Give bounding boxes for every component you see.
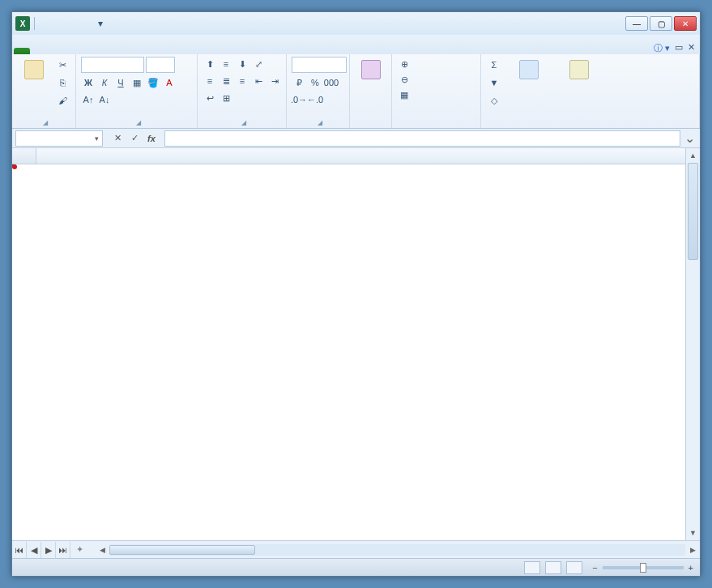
- horizontal-scrollbar[interactable]: ◀ ▶: [95, 544, 700, 556]
- align-center-icon[interactable]: ≣: [219, 74, 233, 88]
- decrease-decimal-icon[interactable]: ←.0: [308, 92, 322, 107]
- number-format-select[interactable]: [292, 57, 347, 73]
- align-top-icon[interactable]: ⬆: [203, 57, 217, 71]
- border-icon[interactable]: ▦: [130, 75, 144, 90]
- delete-icon: ⊖: [397, 72, 411, 87]
- align-middle-icon[interactable]: ≡: [219, 57, 233, 71]
- redo-icon[interactable]: [75, 15, 91, 32]
- vertical-scrollbar[interactable]: ▲ ▼: [685, 148, 700, 540]
- wrap-text-icon[interactable]: ↩: [203, 91, 217, 105]
- clipboard-launcher-icon[interactable]: ◢: [43, 119, 48, 126]
- ribbon-tabs: ⓘ ▾ ▭ ✕: [12, 35, 700, 54]
- scroll-up-icon[interactable]: ▲: [686, 148, 700, 163]
- comma-icon[interactable]: 000: [324, 75, 339, 90]
- font-launcher-icon[interactable]: ◢: [136, 119, 141, 126]
- minimize-button[interactable]: —: [625, 16, 648, 31]
- group-editing: Σ ▼ ◇: [481, 54, 700, 128]
- scroll-down-icon[interactable]: ▼: [686, 526, 700, 540]
- font-size-select[interactable]: [146, 57, 175, 73]
- hscroll-thumb[interactable]: [109, 545, 255, 555]
- align-left-icon[interactable]: ≡: [203, 74, 217, 88]
- sheet-bar: ⏮ ◀ ▶ ⏭ ✦ ◀ ▶: [12, 540, 700, 558]
- copy-icon[interactable]: ⎘: [54, 75, 70, 91]
- font-family-select[interactable]: [81, 57, 144, 73]
- cut-icon[interactable]: ✂: [54, 57, 70, 73]
- qat-customize-icon[interactable]: ▾: [92, 15, 109, 32]
- styles-icon: [361, 60, 381, 79]
- indent-inc-icon[interactable]: ⇥: [267, 74, 282, 88]
- fill-color-icon[interactable]: 🪣: [146, 75, 160, 90]
- select-all-corner[interactable]: [12, 148, 36, 164]
- insert-cells-button[interactable]: ⊕: [397, 57, 413, 71]
- sheet-nav-prev-icon[interactable]: ◀: [27, 542, 41, 558]
- doc-close-icon[interactable]: ✕: [688, 42, 695, 54]
- shrink-font-icon[interactable]: A↓: [97, 92, 112, 107]
- ribbon-minimize-icon[interactable]: ▭: [675, 42, 683, 54]
- file-tab[interactable]: [14, 48, 30, 54]
- scroll-left-icon[interactable]: ◀: [95, 546, 109, 554]
- sort-filter-button[interactable]: [505, 57, 552, 110]
- percent-icon[interactable]: %: [308, 75, 322, 90]
- paste-button[interactable]: [17, 57, 51, 110]
- insert-icon: ⊕: [397, 57, 411, 71]
- group-number: ₽ % 000 .0→ ←.0 ◢: [287, 54, 350, 128]
- align-right-icon[interactable]: ≡: [235, 74, 249, 88]
- paste-icon: [24, 60, 44, 79]
- grow-font-icon[interactable]: A↑: [81, 92, 96, 107]
- spreadsheet-grid: ▲ ▼: [12, 148, 700, 540]
- ribbon: ✂ ⎘ 🖌 ◢ Ж К Ч ▦ 🪣 A: [12, 54, 700, 129]
- align-bottom-icon[interactable]: ⬇: [235, 57, 249, 71]
- add-sheet-icon[interactable]: ✦: [70, 544, 88, 555]
- save-icon[interactable]: [39, 15, 55, 32]
- fill-icon[interactable]: ▼: [486, 75, 502, 91]
- fx-icon[interactable]: fx: [143, 130, 160, 147]
- clear-icon[interactable]: ◇: [486, 92, 502, 109]
- styles-button[interactable]: [355, 57, 386, 110]
- enter-formula-icon[interactable]: ✓: [126, 130, 143, 147]
- sort-filter-icon: [519, 60, 539, 79]
- group-clipboard: ✂ ⎘ 🖌 ◢: [12, 54, 76, 128]
- format-painter-icon[interactable]: 🖌: [54, 92, 70, 109]
- cancel-formula-icon[interactable]: ✕: [109, 130, 126, 147]
- scroll-thumb[interactable]: [688, 163, 698, 260]
- page-layout-view-icon[interactable]: [545, 561, 561, 574]
- app-window: X ▾ — ▢ ✕ ⓘ ▾ ▭ ✕: [11, 11, 701, 577]
- ribbon-help-icon[interactable]: ⓘ ▾: [654, 42, 670, 54]
- zoom-in-icon[interactable]: +: [689, 563, 693, 573]
- formula-expand-icon[interactable]: ⌄: [682, 130, 697, 146]
- bold-icon[interactable]: Ж: [81, 75, 96, 90]
- page-break-view-icon[interactable]: [566, 561, 582, 574]
- group-cells: ⊕ ⊖ ▦: [392, 54, 481, 128]
- format-cells-button[interactable]: ▦: [397, 87, 413, 102]
- italic-icon[interactable]: К: [97, 75, 112, 90]
- excel-icon: X: [15, 16, 30, 31]
- zoom-out-icon[interactable]: −: [592, 563, 597, 573]
- indent-dec-icon[interactable]: ⇤: [251, 74, 266, 88]
- format-icon: ▦: [397, 87, 411, 102]
- font-color-icon[interactable]: A: [162, 75, 177, 90]
- group-alignment: ⬆ ≡ ⬇ ⤢ ≡ ≣ ≡ ⇤ ⇥ ↩ ⊞ ◢: [198, 54, 287, 128]
- quick-access-toolbar: X ▾: [15, 15, 109, 32]
- sheet-nav-next-icon[interactable]: ▶: [41, 542, 56, 558]
- sheet-nav-last-icon[interactable]: ⏭: [56, 542, 70, 558]
- scroll-right-icon[interactable]: ▶: [685, 546, 700, 554]
- maximize-button[interactable]: ▢: [650, 16, 672, 31]
- close-button[interactable]: ✕: [674, 16, 697, 31]
- alignment-launcher-icon[interactable]: ◢: [241, 119, 246, 126]
- zoom-slider[interactable]: [603, 566, 684, 569]
- autosum-icon[interactable]: Σ: [486, 57, 502, 73]
- normal-view-icon[interactable]: [524, 561, 540, 574]
- currency-icon[interactable]: ₽: [292, 75, 306, 90]
- sheet-nav-first-icon[interactable]: ⏮: [12, 542, 27, 558]
- increase-decimal-icon[interactable]: .0→: [292, 92, 306, 107]
- formula-input[interactable]: [164, 130, 680, 147]
- number-launcher-icon[interactable]: ◢: [318, 119, 322, 126]
- undo-icon[interactable]: [57, 15, 73, 32]
- find-select-button[interactable]: [556, 57, 603, 110]
- merge-icon[interactable]: ⊞: [219, 91, 233, 105]
- formula-bar: ✕ ✓ fx ⌄: [12, 129, 700, 148]
- orientation-icon[interactable]: ⤢: [251, 57, 266, 71]
- underline-icon[interactable]: Ч: [113, 75, 128, 90]
- name-box[interactable]: [15, 130, 103, 147]
- delete-cells-button[interactable]: ⊖: [397, 72, 413, 87]
